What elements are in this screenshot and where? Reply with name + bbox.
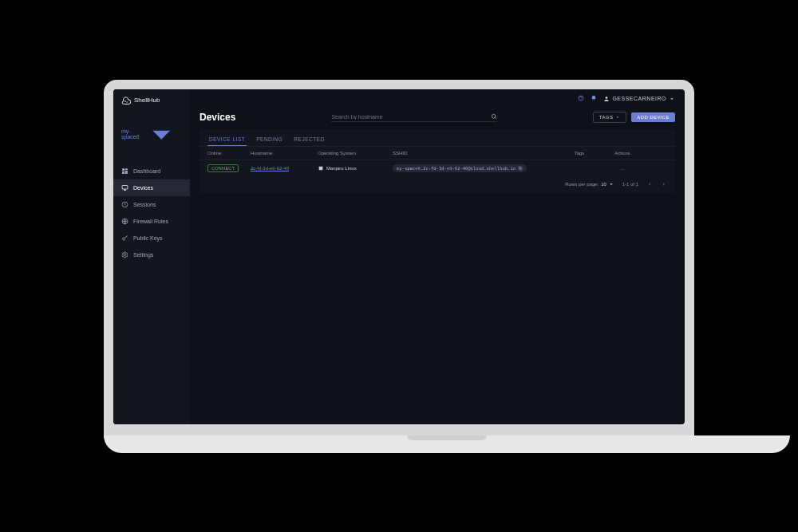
os-cell: Manjaro Linux [318, 165, 389, 171]
rows-per-page-label: Rows per page: [565, 182, 598, 187]
svg-point-7 [492, 114, 496, 118]
main-area: GESSECARNEIRO Devices TAGS [190, 89, 685, 424]
sidebar-item-firewall[interactable]: Firewall Rules [113, 213, 190, 230]
svg-point-3 [123, 238, 125, 240]
chevron-down-icon [669, 96, 675, 102]
sidebar-item-label: Public Keys [133, 235, 163, 241]
topbar: GESSECARNEIRO [190, 89, 685, 108]
sidebar-item-dashboard[interactable]: Dashboard [113, 163, 190, 179]
tab-pending[interactable]: PENDING [255, 133, 284, 146]
svg-point-4 [124, 254, 125, 255]
search-icon [491, 113, 497, 120]
linux-icon [318, 165, 324, 171]
help-icon[interactable] [578, 95, 584, 102]
devices-icon [121, 184, 128, 191]
col-hostname: Hostname [251, 151, 314, 156]
page-size-select[interactable]: 10 [601, 181, 614, 187]
col-actions: Actions [606, 151, 638, 156]
bell-icon[interactable] [591, 95, 597, 102]
hostname-link[interactable]: 2c-fd-3d-e9-62-40 [251, 166, 314, 171]
sidebar-item-label: Devices [133, 185, 153, 191]
brand-name: ShellHub [134, 97, 160, 104]
caret-down-icon [615, 115, 620, 120]
svg-point-6 [606, 97, 608, 99]
page-title: Devices [200, 112, 235, 123]
col-sshid: SSHID [393, 151, 552, 156]
chevron-right-icon [661, 181, 667, 187]
tab-device-list[interactable]: DEVICE LIST [207, 133, 247, 146]
tab-rejected[interactable]: REJECTED [292, 133, 326, 146]
sessions-icon [121, 201, 128, 208]
row-actions-menu[interactable]: … [606, 166, 638, 171]
cloud-shell-icon [121, 96, 131, 105]
prev-page-button[interactable] [646, 181, 653, 188]
sidebar-item-settings[interactable]: Settings [113, 246, 190, 263]
sidebar: ShellHub my-space6 Dashboard Devices Ses… [113, 89, 190, 424]
dashboard-icon [121, 167, 128, 175]
sidebar-item-devices[interactable]: Devices [113, 179, 190, 196]
sidebar-item-label: Settings [133, 252, 153, 258]
search-input[interactable] [331, 114, 490, 120]
user-menu[interactable]: GESSECARNEIRO [603, 96, 675, 102]
svg-rect-8 [319, 166, 323, 170]
col-os: Operating System [318, 151, 389, 156]
globe-icon [121, 218, 128, 225]
pagination: Rows per page: 10 1-1 of 1 [200, 176, 675, 193]
chevron-left-icon [646, 181, 653, 187]
gear-icon [121, 251, 128, 258]
table-row: CONNECT 2c-fd-3d-e9-62-40 Manjaro Linux … [200, 160, 675, 176]
copy-icon [518, 166, 523, 171]
pagination-range: 1-1 of 1 [622, 182, 638, 187]
laptop-base [104, 435, 790, 453]
namespace-name: my-space6 [121, 128, 140, 140]
col-online: Online [207, 151, 247, 156]
namespace-selector[interactable]: my-space6 [113, 110, 190, 163]
chevron-down-icon [140, 113, 182, 155]
sshid-pill[interactable]: my-space6.2c-fd-3d-e9-62-40@cloud.shellh… [393, 164, 527, 172]
tabs: DEVICE LIST PENDING REJECTED [200, 129, 675, 147]
add-device-button[interactable]: ADD DEVICE [631, 112, 675, 122]
connect-button[interactable]: CONNECT [207, 164, 239, 172]
devices-panel: DEVICE LIST PENDING REJECTED Online Host… [200, 129, 675, 193]
sidebar-item-label: Sessions [133, 202, 156, 207]
svg-rect-0 [122, 185, 128, 189]
sidebar-item-sessions[interactable]: Sessions [113, 196, 190, 213]
tags-button[interactable]: TAGS [593, 112, 627, 123]
caret-down-icon [608, 181, 614, 187]
table-header: Online Hostname Operating System SSHID T… [200, 147, 675, 160]
sidebar-item-publickeys[interactable]: Public Keys [113, 230, 190, 246]
sidebar-item-label: Dashboard [133, 168, 160, 174]
username: GESSECARNEIRO [612, 96, 666, 101]
key-icon [121, 234, 128, 242]
next-page-button[interactable] [661, 181, 667, 188]
col-tags: Tags [555, 151, 603, 156]
sidebar-item-label: Firewall Rules [133, 219, 168, 224]
logo: ShellHub [113, 89, 190, 110]
user-icon [603, 96, 610, 102]
search-wrap [331, 112, 496, 122]
